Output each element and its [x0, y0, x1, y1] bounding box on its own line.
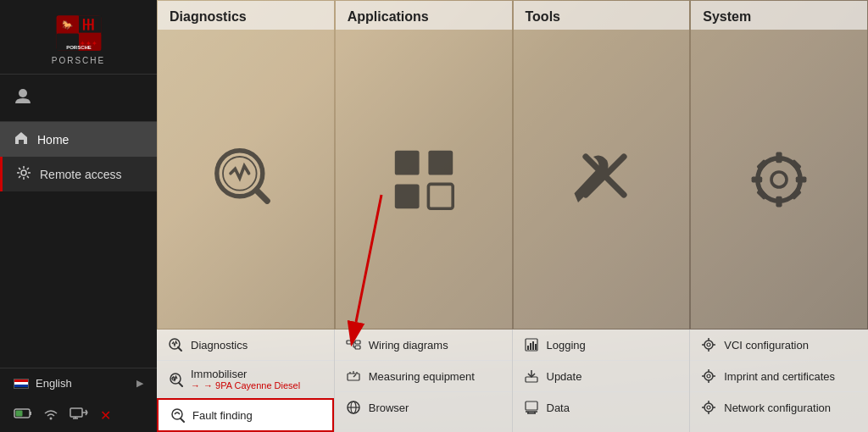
svg-rect-72 [526, 402, 537, 410]
svg-point-12 [19, 89, 27, 97]
fault-finding-icon [169, 407, 186, 424]
svg-rect-68 [532, 341, 534, 350]
svg-rect-69 [535, 344, 537, 350]
svg-rect-53 [355, 346, 360, 349]
diagnostics-menu-icon [167, 336, 184, 353]
svg-line-45 [178, 347, 181, 351]
svg-rect-28 [394, 150, 419, 174]
applications-menu-column: Wiring diagrams Measuring equipment Brow… [335, 330, 513, 432]
applications-label: Applications [348, 9, 429, 24]
menu-item-data[interactable]: Data [513, 392, 690, 423]
sidebar-logo-area: PORSCHE 🐎 ✦✦✦ PORSCHE [0, 0, 157, 75]
imprint-label: Imprint and certificates [724, 370, 835, 383]
svg-line-61 [353, 374, 356, 377]
svg-point-13 [21, 170, 26, 175]
diagnostics-label: Diagnostics [170, 9, 247, 24]
language-area: English [14, 377, 72, 390]
browser-icon [345, 399, 362, 416]
menu-item-vci[interactable]: VCI configuration [690, 330, 868, 361]
system-tile[interactable]: System [690, 0, 868, 330]
battery-icon [14, 407, 32, 423]
svg-point-83 [704, 372, 713, 380]
svg-point-84 [707, 374, 710, 378]
menu-item-wiring[interactable]: Wiring diagrams [335, 330, 512, 361]
menu-item-fault-finding[interactable]: Fault finding [157, 398, 334, 432]
svg-rect-16 [16, 411, 23, 417]
applications-header: Applications [336, 1, 512, 30]
diagnostics-header: Diagnostics [158, 1, 334, 30]
wifi-icon [42, 407, 59, 424]
svg-point-90 [707, 406, 710, 409]
home-icon [14, 130, 29, 148]
svg-text:✦✦✦: ✦✦✦ [79, 40, 97, 47]
diagnostics-tile[interactable]: Diagnostics [157, 0, 335, 330]
sidebar-user-area [0, 75, 157, 122]
main-content: Diagnostics Applications [157, 0, 868, 432]
applications-main-icon [386, 141, 462, 218]
menu-item-diagnostics[interactable]: Diagnostics [157, 330, 334, 361]
immobiliser-label: Immobiliser [191, 368, 300, 380]
system-header: System [691, 1, 867, 30]
svg-rect-17 [70, 408, 82, 417]
brand-name: PORSCHE [52, 56, 105, 65]
applications-tile[interactable]: Applications [335, 0, 513, 330]
svg-point-89 [704, 403, 713, 412]
update-icon [523, 368, 540, 385]
data-icon [523, 399, 540, 416]
chevron-right-icon: ▶ [136, 378, 143, 389]
language-label: English [36, 377, 72, 390]
device-icon [70, 407, 88, 424]
svg-rect-66 [527, 346, 529, 350]
menu-item-network[interactable]: Network configuration [690, 392, 868, 423]
tools-tile[interactable]: Tools [513, 0, 691, 330]
sidebar-language-selector[interactable]: English ▶ [0, 368, 157, 398]
svg-rect-30 [394, 184, 419, 208]
browser-label: Browser [369, 402, 409, 414]
svg-rect-52 [355, 341, 360, 344]
sidebar-item-remote-access[interactable]: Remote access [0, 157, 157, 191]
system-label: System [703, 9, 751, 24]
svg-line-50 [181, 418, 184, 422]
menu-item-update[interactable]: Update [513, 361, 690, 392]
svg-point-77 [704, 341, 713, 349]
tools-main-icon [563, 141, 639, 218]
immobiliser-sub-label: → → 9PA Cayenne Diesel [191, 380, 300, 390]
svg-text:🐎: 🐎 [62, 19, 74, 30]
imprint-icon [700, 368, 717, 385]
svg-rect-31 [428, 184, 453, 208]
svg-rect-38 [752, 176, 763, 182]
menu-item-immobiliser[interactable]: Immobiliser → → 9PA Cayenne Diesel [157, 361, 334, 398]
measuring-icon [345, 368, 362, 385]
immobiliser-content: Immobiliser → → 9PA Cayenne Diesel [191, 368, 300, 390]
menu-item-imprint[interactable]: Imprint and certificates [690, 361, 868, 392]
porsche-logo-icon: PORSCHE 🐎 ✦✦✦ [53, 12, 104, 54]
gb-flag-icon [14, 379, 29, 389]
svg-rect-29 [428, 150, 453, 174]
immobiliser-vehicle-label: → 9PA Cayenne Diesel [203, 380, 300, 390]
status-bar: ✕ [0, 398, 157, 432]
svg-rect-37 [776, 196, 782, 207]
system-menu-column: VCI configuration Imprint and certificat… [690, 330, 868, 432]
logging-icon [523, 336, 540, 353]
tools-menu-column: Logging Update Data [513, 330, 691, 432]
svg-point-26 [223, 157, 257, 191]
data-label: Data [547, 402, 570, 414]
menu-item-browser[interactable]: Browser [335, 392, 512, 423]
tools-header: Tools [514, 1, 690, 30]
update-label: Update [547, 370, 582, 383]
vci-label: VCI configuration [724, 339, 809, 352]
diagnostics-main-icon [208, 141, 284, 218]
logging-label: Logging [547, 339, 586, 352]
diagnostics-icon-area [158, 30, 334, 329]
svg-line-27 [256, 190, 267, 201]
gear-icon [16, 165, 31, 183]
menu-item-measuring[interactable]: Measuring equipment [335, 361, 512, 392]
measuring-label: Measuring equipment [369, 370, 475, 383]
sidebar-home-text: Home [37, 133, 69, 147]
menu-item-logging[interactable]: Logging [513, 330, 690, 361]
svg-rect-51 [347, 341, 352, 344]
user-icon [14, 86, 32, 109]
sidebar-item-home[interactable]: Diagnostics Home [0, 122, 157, 157]
svg-point-78 [707, 343, 710, 346]
system-icon-area [691, 30, 867, 329]
